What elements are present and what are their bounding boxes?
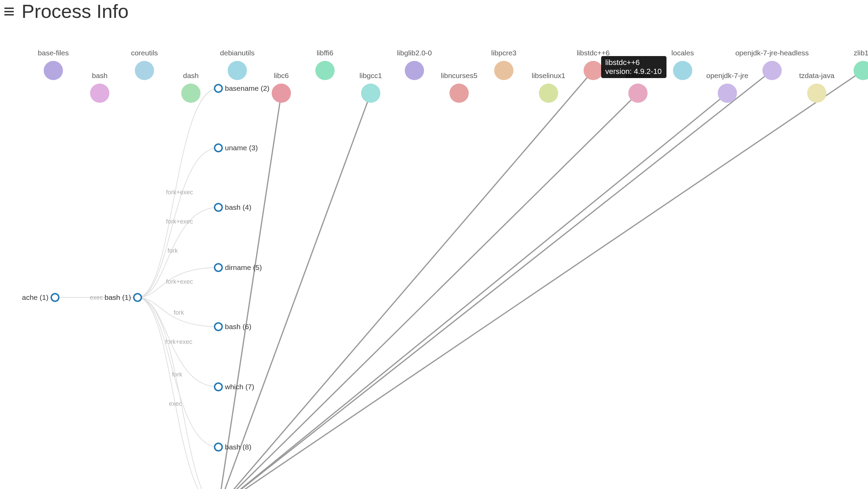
svg-line-0 [218, 93, 281, 489]
package-label: openjdk-7-jre-headless [735, 49, 809, 57]
package-label: coreutils [131, 49, 158, 57]
package-node-openjdk7[interactable] [718, 84, 737, 103]
package-node-locales[interactable] [673, 61, 692, 80]
tooltip-line1: libstdc++6 [605, 58, 640, 67]
process-label: ache (1) [22, 293, 48, 301]
package-label: libselinux1 [532, 72, 565, 79]
edge-label: fork+exec [166, 189, 193, 196]
process-graph[interactable]: execfork+execfork+execforkfork+execforkf… [0, 22, 868, 489]
package-label: base-files [38, 49, 69, 57]
package-node-libglib2[interactable] [405, 61, 424, 80]
package-label: tzdata-java [799, 72, 835, 79]
package-label: locales [671, 49, 694, 57]
svg-line-3 [218, 93, 638, 489]
edge-label: fork [174, 309, 184, 316]
package-node-libffi6[interactable] [315, 61, 335, 80]
svg-line-6 [218, 70, 863, 489]
tooltip-line2: version: 4.9.2-10 [605, 67, 662, 76]
package-label: dash [183, 72, 199, 79]
package-node-debianutils[interactable] [228, 61, 247, 80]
package-label: libglib2.0-0 [397, 49, 432, 57]
header: ≡ Process Info [0, 0, 868, 22]
process-label: which (7) [225, 383, 254, 391]
package-label: bash [92, 72, 108, 79]
package-label: debianutils [220, 49, 254, 57]
edge-label: fork+exec [165, 338, 193, 345]
package-label: openjdk-7-jre [706, 72, 749, 79]
package-node-libtinfo5[interactable] [628, 84, 648, 103]
edge-label: fork [167, 247, 178, 254]
process-node-ache[interactable] [51, 294, 59, 301]
dependency-edges [218, 70, 863, 489]
menu-icon[interactable]: ≡ [3, 2, 15, 21]
package-label: libstdc++6 [577, 49, 610, 57]
page-title: Process Info [22, 0, 129, 22]
package-node-base-files[interactable] [44, 61, 63, 80]
package-node-libselinux1[interactable] [539, 84, 558, 103]
package-node-bash-pkg[interactable] [90, 84, 109, 103]
process-edges: execfork+execfork+execforkfork+execforkf… [55, 88, 299, 489]
package-node-coreutils[interactable] [135, 61, 154, 80]
process-label: uname (3) [225, 144, 258, 152]
process-node-dirname[interactable] [215, 264, 222, 271]
package-node-openjdk7hl[interactable] [762, 61, 782, 80]
package-label: libncurses5 [441, 72, 477, 79]
package-node-libstdc6[interactable] [584, 61, 603, 80]
process-label: dirname (5) [225, 263, 262, 271]
process-node-basename[interactable] [215, 85, 222, 92]
package-node-tzdata-java[interactable] [807, 84, 826, 103]
package-nodes: base-filescoreutilsdebianutilslibffi6lib… [38, 49, 868, 103]
package-label: libgcc1 [359, 72, 382, 79]
tooltip: libstdc++6version: 4.9.2-10 [601, 56, 666, 78]
package-label: libpcre3 [491, 49, 517, 57]
edge-label: fork+exec [166, 278, 193, 285]
package-label: zlib1g [854, 49, 868, 57]
svg-line-4 [218, 93, 727, 489]
process-node-uname[interactable] [215, 144, 222, 152]
package-node-dash[interactable] [181, 84, 200, 103]
package-node-libncurses5[interactable] [449, 84, 469, 103]
edge-label: fork [172, 371, 183, 378]
package-node-libpcre3[interactable] [494, 61, 513, 80]
process-node-which[interactable] [215, 383, 222, 391]
process-node-bash4[interactable] [215, 204, 222, 211]
edge-label: fork+exec [166, 218, 193, 225]
process-nodes: ache (1)bash (1)basename (2)uname (3)bas… [22, 84, 303, 489]
process-node-bash8[interactable] [215, 443, 222, 451]
package-label: libffi6 [317, 49, 334, 57]
edge-label: exec [90, 294, 103, 301]
package-label: libc6 [274, 72, 289, 79]
process-label: bash (8) [225, 443, 251, 451]
svg-line-2 [218, 70, 593, 489]
svg-line-1 [218, 93, 371, 489]
edge-label: exec [169, 400, 182, 407]
process-label: bash (4) [225, 203, 251, 211]
process-label: basename (2) [225, 84, 270, 92]
process-label: bash (1) [105, 293, 131, 301]
package-node-zlib1g[interactable] [854, 61, 868, 80]
svg-line-5 [218, 70, 772, 489]
process-node-bash6[interactable] [215, 323, 222, 330]
package-node-libgcc1[interactable] [361, 84, 380, 103]
package-node-libc6[interactable] [272, 84, 291, 103]
process-node-bash1[interactable] [134, 294, 141, 301]
process-label: bash (6) [225, 323, 251, 330]
